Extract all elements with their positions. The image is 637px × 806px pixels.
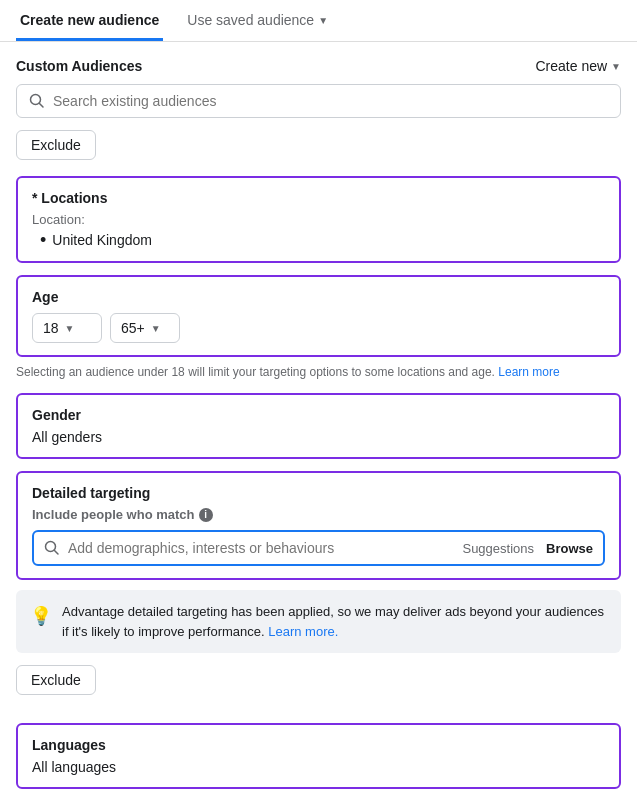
- age-min-dropdown[interactable]: 18 ▼: [32, 313, 102, 343]
- gender-title: Gender: [32, 407, 605, 423]
- age-learn-more-link[interactable]: Learn more: [498, 365, 559, 379]
- create-new-text: Create new: [536, 58, 608, 74]
- age-learn-more-text: Learn more: [498, 365, 559, 379]
- chevron-down-icon: ▼: [151, 323, 161, 334]
- exclude-button-label: Exclude: [31, 137, 81, 153]
- chevron-down-icon: ▼: [65, 323, 75, 334]
- location-value: United Kingdom: [52, 232, 152, 248]
- age-max-value: 65+: [121, 320, 145, 336]
- locations-section: * Locations Location: • United Kingdom: [16, 176, 621, 263]
- detailed-targeting-title: Detailed targeting: [32, 485, 605, 501]
- custom-audiences-row: Custom Audiences Create new ▼: [16, 58, 621, 74]
- gender-section: Gender All genders: [16, 393, 621, 459]
- search-icon: [29, 93, 45, 109]
- tab-use-saved-label: Use saved audience: [187, 12, 314, 28]
- age-note: Selecting an audience under 18 will limi…: [16, 363, 621, 381]
- locations-subtitle: Location:: [32, 212, 605, 227]
- info-icon[interactable]: i: [199, 508, 213, 522]
- languages-title: Languages: [32, 737, 605, 753]
- tab-use-saved[interactable]: Use saved audience ▼: [183, 0, 332, 41]
- location-item: • United Kingdom: [32, 231, 605, 249]
- custom-audiences-label: Custom Audiences: [16, 58, 142, 74]
- targeting-search-input[interactable]: [68, 540, 454, 556]
- age-dropdowns: 18 ▼ 65+ ▼: [32, 313, 605, 343]
- exclude-button[interactable]: Exclude: [16, 130, 96, 160]
- targeting-actions: Suggestions Browse: [462, 541, 593, 556]
- exclude-button-2-label: Exclude: [31, 672, 81, 688]
- tab-create-new[interactable]: Create new audience: [16, 0, 163, 41]
- gender-value: All genders: [32, 429, 605, 445]
- targeting-search-box: Suggestions Browse: [32, 530, 605, 566]
- chevron-down-icon: ▼: [611, 61, 621, 72]
- svg-line-3: [55, 551, 59, 555]
- advantage-text: Advantage detailed targeting has been ap…: [62, 602, 607, 641]
- bullet-icon: •: [40, 231, 46, 249]
- age-max-dropdown[interactable]: 65+ ▼: [110, 313, 180, 343]
- languages-section: Languages All languages: [16, 723, 621, 789]
- include-label: Include people who match: [32, 507, 195, 522]
- age-section: Age 18 ▼ 65+ ▼: [16, 275, 621, 357]
- search-audiences-box: [16, 84, 621, 118]
- svg-line-1: [40, 104, 44, 108]
- advantage-box: 💡 Advantage detailed targeting has been …: [16, 590, 621, 653]
- suggestions-label: Suggestions: [462, 541, 534, 556]
- age-min-value: 18: [43, 320, 59, 336]
- age-note-text: Selecting an audience under 18 will limi…: [16, 365, 495, 379]
- advantage-learn-more-text: Learn more.: [268, 624, 338, 639]
- tabs-container: Create new audience Use saved audience ▼: [0, 0, 637, 42]
- include-row: Include people who match i: [32, 507, 605, 522]
- create-new-button[interactable]: Create new ▼: [536, 58, 622, 74]
- locations-title: * Locations: [32, 190, 605, 206]
- languages-value: All languages: [32, 759, 605, 775]
- advantage-learn-more-link[interactable]: Learn more.: [268, 624, 338, 639]
- browse-button[interactable]: Browse: [546, 541, 593, 556]
- tab-create-new-label: Create new audience: [20, 12, 159, 28]
- detailed-targeting-section: Detailed targeting Include people who ma…: [16, 471, 621, 580]
- lightbulb-icon: 💡: [30, 603, 52, 630]
- search-icon: [44, 540, 60, 556]
- chevron-down-icon: ▼: [318, 15, 328, 26]
- main-content: Custom Audiences Create new ▼ Exclude * …: [0, 42, 637, 806]
- search-audiences-input[interactable]: [53, 93, 608, 109]
- age-title: Age: [32, 289, 605, 305]
- exclude-button-2[interactable]: Exclude: [16, 665, 96, 695]
